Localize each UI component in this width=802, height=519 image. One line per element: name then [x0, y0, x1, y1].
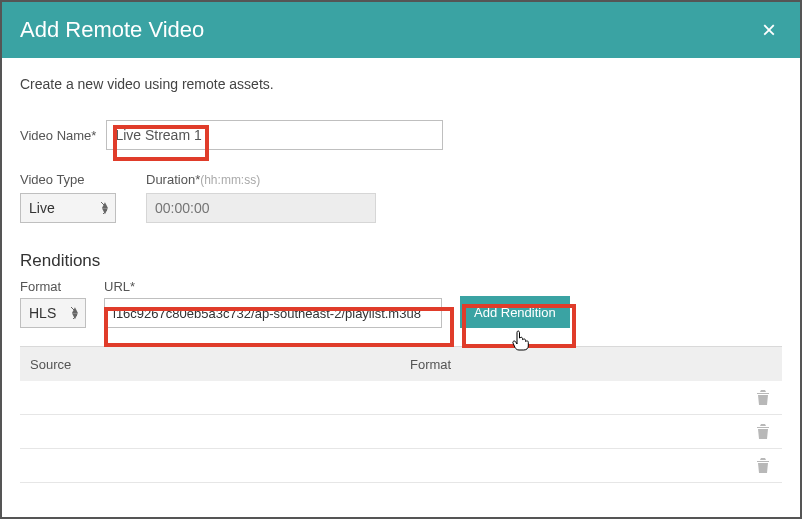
table-row [20, 449, 782, 483]
table-row [20, 415, 782, 449]
format-label: Format [20, 279, 86, 294]
trash-icon[interactable] [756, 458, 770, 474]
duration-label: Duration*(hh:mm:ss) [146, 172, 376, 187]
trash-icon[interactable] [756, 424, 770, 440]
format-col: Format HLS ▲▼ [20, 279, 86, 328]
table-row [20, 381, 782, 415]
url-input[interactable] [104, 298, 442, 328]
video-type-col: Video Type Live ▲▼ [20, 172, 116, 223]
col-format: Format [410, 357, 772, 372]
duration-hint: (hh:mm:ss) [200, 173, 260, 187]
table-header: Source Format [20, 347, 782, 381]
video-name-input[interactable] [106, 120, 443, 150]
trash-icon[interactable] [756, 390, 770, 406]
dialog-titlebar: Add Remote Video × [2, 2, 800, 58]
type-duration-row: Video Type Live ▲▼ Duration*(hh:mm:ss) [20, 172, 782, 223]
intro-text: Create a new video using remote assets. [20, 76, 782, 92]
add-rendition-button[interactable]: Add Rendition [460, 296, 570, 328]
dialog-frame: Add Remote Video × Create a new video us… [0, 0, 802, 519]
video-name-label: Video Name* [20, 128, 96, 143]
duration-col: Duration*(hh:mm:ss) [146, 172, 376, 223]
dialog-title: Add Remote Video [20, 17, 204, 43]
renditions-table: Source Format [20, 346, 782, 483]
renditions-heading: Renditions [20, 251, 782, 271]
video-type-select[interactable]: Live [20, 193, 116, 223]
col-source: Source [30, 357, 410, 372]
duration-input [146, 193, 376, 223]
dialog-body: Create a new video using remote assets. … [2, 58, 800, 483]
video-name-row: Video Name* [20, 120, 782, 150]
url-col: URL* [104, 279, 442, 328]
duration-label-text: Duration* [146, 172, 200, 187]
video-type-label: Video Type [20, 172, 116, 187]
add-btn-col: Add Rendition [460, 296, 570, 328]
format-select[interactable]: HLS [20, 298, 86, 328]
renditions-controls: Format HLS ▲▼ URL* Add Rendition [20, 279, 782, 328]
close-icon[interactable]: × [756, 14, 782, 46]
url-label: URL* [104, 279, 442, 294]
